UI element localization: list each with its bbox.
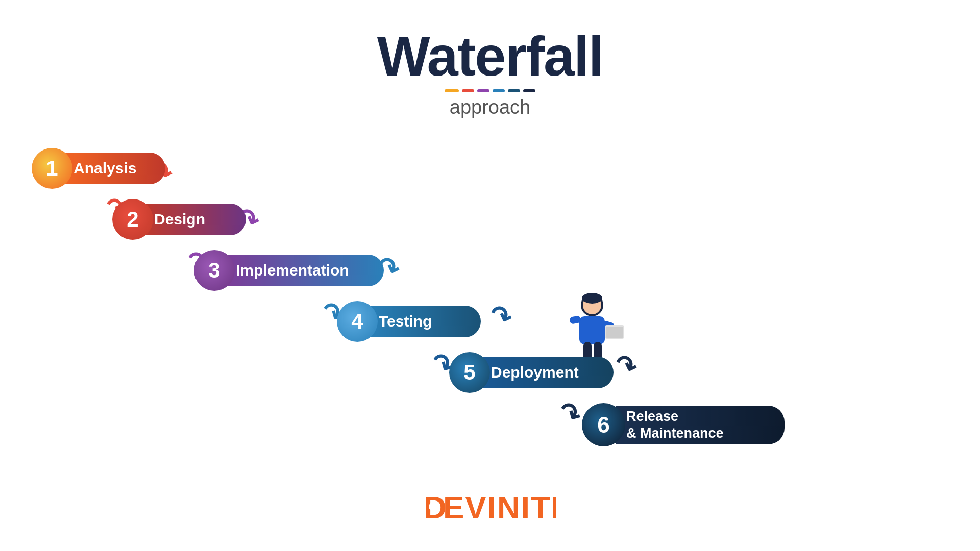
step-2-label: Design xyxy=(144,204,246,235)
svg-rect-9 xyxy=(606,327,623,338)
step-4-badge: 4 xyxy=(337,301,378,342)
step-2: 2 Design xyxy=(112,199,246,240)
color-bar-segment-3 xyxy=(477,89,489,92)
step-6: 6 Release& Maintenance xyxy=(582,403,785,446)
page-title-main: Waterfall xyxy=(0,28,980,84)
svg-point-15 xyxy=(429,502,438,511)
step-3-label: Implementation xyxy=(226,255,384,286)
step-6-label: Release& Maintenance xyxy=(616,406,785,444)
step-4-number: 4 xyxy=(351,309,363,334)
color-bar-segment-6 xyxy=(523,89,535,92)
step-3: 3 Implementation xyxy=(194,250,384,291)
arrow-7: ↷ xyxy=(486,300,516,332)
svg-text:EVINITI: EVINITI xyxy=(443,490,556,524)
step-5-badge: 5 xyxy=(449,352,490,393)
step-6-label-text: Release& Maintenance xyxy=(626,408,724,441)
color-bar-segment-1 xyxy=(445,89,459,92)
arrow-10: ↷ xyxy=(554,397,585,430)
step-6-number: 6 xyxy=(597,412,609,438)
step-5-number: 5 xyxy=(463,360,475,385)
svg-point-3 xyxy=(583,294,601,304)
step-3-number: 3 xyxy=(208,258,220,283)
step-2-badge: 2 xyxy=(112,199,153,240)
step-5-label: Deployment xyxy=(481,357,614,388)
step-4-label: Testing xyxy=(369,306,481,337)
step-1: 1 Analysis xyxy=(32,148,165,189)
step-1-badge: 1 xyxy=(32,148,72,189)
step-1-label: Analysis xyxy=(63,153,165,184)
title-area: Waterfall approach xyxy=(0,0,980,118)
color-bar xyxy=(0,89,980,92)
step-5: 5 Deployment xyxy=(449,352,614,393)
color-bar-segment-4 xyxy=(493,89,505,92)
logo: D EVINITI xyxy=(424,489,556,531)
step-4: 4 Testing xyxy=(337,301,481,342)
svg-rect-5 xyxy=(579,316,605,344)
step-2-number: 2 xyxy=(127,207,138,232)
step-1-number: 1 xyxy=(46,156,58,181)
step-3-badge: 3 xyxy=(194,250,235,291)
page-title-sub: approach xyxy=(0,96,980,118)
color-bar-segment-5 xyxy=(508,89,520,92)
step-6-badge: 6 xyxy=(582,403,625,446)
color-bar-segment-2 xyxy=(462,89,474,92)
